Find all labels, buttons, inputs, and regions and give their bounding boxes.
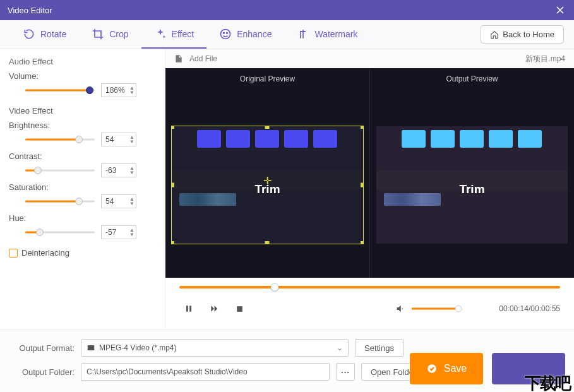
next-button[interactable] xyxy=(208,303,220,314)
settings-button[interactable]: Settings xyxy=(355,339,404,357)
output-folder-label: Output Folder: xyxy=(11,367,75,377)
original-preview-pane: Original Preview xyxy=(165,68,369,278)
format-icon xyxy=(87,343,95,352)
brightness-value: 54 xyxy=(105,135,114,144)
svg-point-1 xyxy=(224,32,225,33)
preview-area: Original Preview xyxy=(165,68,574,278)
tab-crop[interactable]: Crop xyxy=(79,20,141,49)
output-preview-canvas: Trim xyxy=(376,126,568,244)
stop-button[interactable] xyxy=(234,303,245,314)
site-watermark-sub: www.xiazaiba.com xyxy=(520,389,566,392)
svg-rect-4 xyxy=(189,306,191,311)
chevron-down-icon: ⌄ xyxy=(337,343,343,352)
tab-watermark-label: Watermark xyxy=(314,29,357,39)
output-format-label: Output Format: xyxy=(11,343,75,353)
brightness-spinner[interactable]: 54 ▲▼ xyxy=(101,133,136,146)
tab-enhance-label: Enhance xyxy=(237,29,272,39)
close-button[interactable] xyxy=(554,4,566,16)
close-icon xyxy=(554,4,566,16)
back-to-home-button[interactable]: Back to Home xyxy=(481,25,564,44)
footer: Output Format: MPEG-4 Video (*.mp4) ⌄ Se… xyxy=(0,330,574,392)
svg-rect-6 xyxy=(88,345,95,350)
original-preview-canvas[interactable]: ✛ Trim xyxy=(172,126,364,244)
check-circle-icon xyxy=(426,363,438,374)
volume-slider[interactable] xyxy=(25,86,95,95)
output-format-value: MPEG-4 Video (*.mp4) xyxy=(99,343,177,352)
trim-overlay-text: Trim xyxy=(254,182,280,196)
pause-button[interactable] xyxy=(183,303,194,314)
back-to-home-label: Back to Home xyxy=(503,30,554,39)
tab-effect-label: Effect xyxy=(172,29,194,39)
save-button-label: Save xyxy=(444,363,467,374)
tab-enhance[interactable]: Enhance xyxy=(206,20,284,49)
stop-icon xyxy=(236,305,244,313)
watermark-icon xyxy=(297,28,309,40)
playback-time: 00:00:14/00:00:55 xyxy=(499,304,560,313)
volume-value: 186% xyxy=(105,86,125,95)
original-preview-label: Original Preview xyxy=(165,68,369,92)
browse-folder-button[interactable]: ··· xyxy=(336,363,355,381)
crop-icon xyxy=(92,28,104,40)
contrast-value: -63 xyxy=(105,166,116,175)
add-file-icon xyxy=(174,54,183,63)
titlebar: Video Editor xyxy=(0,0,574,20)
pause-icon xyxy=(184,304,193,313)
secondary-action-button[interactable] xyxy=(492,353,565,384)
add-file-button[interactable]: Add File xyxy=(189,54,217,63)
tab-crop-label: Crop xyxy=(109,29,128,39)
home-icon xyxy=(490,30,499,39)
svg-rect-5 xyxy=(237,306,242,312)
trim-overlay-text-output: Trim xyxy=(459,182,484,196)
window-title: Video Editor xyxy=(8,6,554,15)
video-effect-title: Video Effect xyxy=(9,106,156,116)
tab-rotate-label: Rotate xyxy=(40,29,66,39)
current-filename: 新项目.mp4 xyxy=(525,54,565,64)
main: Add File 新项目.mp4 Original Preview xyxy=(165,49,574,330)
saturation-label: Saturation: xyxy=(9,182,156,192)
body: Audio Effect Volume: 186% ▲▼ Video Effec… xyxy=(0,49,574,330)
playback-controls: 00:00:14/00:00:55 xyxy=(165,278,574,330)
file-header: Add File 新项目.mp4 xyxy=(165,49,574,68)
svg-point-2 xyxy=(227,32,228,33)
sidebar: Audio Effect Volume: 186% ▲▼ Video Effec… xyxy=(0,49,165,330)
save-button[interactable]: Save xyxy=(410,353,483,384)
tab-effect[interactable]: Effect xyxy=(141,20,207,49)
svg-rect-3 xyxy=(186,306,188,311)
tab-watermark[interactable]: Watermark xyxy=(284,20,370,49)
enhance-icon xyxy=(219,28,232,40)
output-folder-value: C:\Users\pc\Documents\Apeaksoft Studio\V… xyxy=(87,367,248,376)
hue-label: Hue: xyxy=(9,213,156,223)
hue-value: -57 xyxy=(105,228,116,237)
brightness-label: Brightness: xyxy=(9,121,156,130)
saturation-slider[interactable] xyxy=(25,197,95,206)
speaker-icon[interactable] xyxy=(395,304,405,314)
output-preview-label: Output Preview xyxy=(370,68,574,92)
saturation-value: 54 xyxy=(105,197,114,206)
brightness-slider[interactable] xyxy=(25,135,95,144)
contrast-spinner[interactable]: -63 ▲▼ xyxy=(101,163,136,177)
tab-rotate[interactable]: Rotate xyxy=(10,20,79,49)
playback-volume-slider[interactable] xyxy=(412,305,461,312)
volume-spinner[interactable]: 186% ▲▼ xyxy=(101,83,136,97)
contrast-label: Contrast: xyxy=(9,151,156,161)
progress-bar[interactable] xyxy=(179,283,560,292)
audio-effect-title: Audio Effect xyxy=(9,57,156,66)
volume-label: Volume: xyxy=(9,71,156,81)
effect-icon xyxy=(154,28,167,40)
output-preview-pane: Output Preview Trim xyxy=(369,68,574,278)
toolbar: Rotate Crop Effect Enhance Watermark Bac… xyxy=(0,20,574,49)
hue-slider[interactable] xyxy=(25,228,95,237)
output-folder-input[interactable]: C:\Users\pc\Documents\Apeaksoft Studio\V… xyxy=(81,363,330,381)
rotate-icon xyxy=(23,28,35,40)
volume-control xyxy=(395,304,461,314)
deinterlacing-checkbox[interactable] xyxy=(9,249,18,258)
output-format-select[interactable]: MPEG-4 Video (*.mp4) ⌄ xyxy=(81,339,349,357)
contrast-slider[interactable] xyxy=(25,166,95,175)
saturation-spinner[interactable]: 54 ▲▼ xyxy=(101,194,136,208)
svg-point-0 xyxy=(221,29,230,39)
deinterlacing-label: Deinterlacing xyxy=(21,248,69,258)
forward-icon xyxy=(209,304,219,313)
hue-spinner[interactable]: -57 ▲▼ xyxy=(101,225,136,239)
